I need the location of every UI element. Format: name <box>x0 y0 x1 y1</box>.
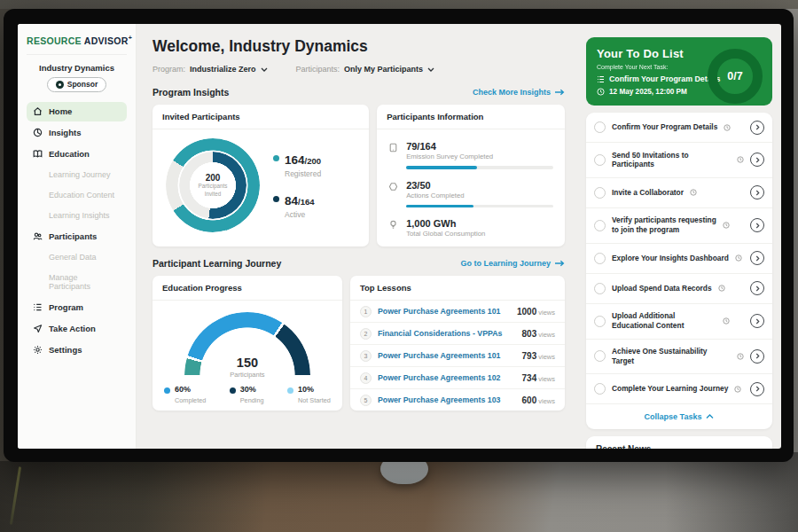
todo-progress-value: 0/7 <box>727 70 742 82</box>
lesson-row: 4 Power Purchase Agreements 102 734views <box>350 367 565 389</box>
task-checkbox[interactable] <box>594 383 606 395</box>
stat-value: 23/50 <box>406 180 553 191</box>
sidebar-item-learning-journey[interactable]: Learning Journey <box>27 166 127 184</box>
task-row-verify-participants[interactable]: Verify participants requesting to join t… <box>586 208 772 244</box>
stat-emission-survey: 79/164 Emission Survey Completed <box>388 136 553 175</box>
task-label: Send 50 Invitations to Participants <box>612 151 731 170</box>
hexagon-action-icon <box>388 182 398 192</box>
learning-journey-header: Participant Learning Journey Go to Learn… <box>153 258 565 269</box>
legend-item-active: 84/164 Active <box>273 192 321 219</box>
collapse-tasks-link[interactable]: Collapse Tasks <box>586 404 772 429</box>
sidebar-item-general-data[interactable]: General Data <box>27 248 127 267</box>
dashboard-screen: RESOURCE ADVISOR+ Industry Dynamics Spon… <box>18 24 781 449</box>
check-more-insights-link[interactable]: Check More Insights <box>473 88 565 97</box>
app-logo: RESOURCE ADVISOR+ <box>27 33 127 55</box>
sidebar-item-label: Home <box>49 106 72 116</box>
task-row-confirm-program[interactable]: Confirm Your Program Details <box>586 113 772 143</box>
lesson-link[interactable]: Power Purchase Agreements 101 <box>378 307 511 316</box>
task-row-achieve-target[interactable]: Achieve One Sustainability Target <box>586 340 772 375</box>
task-open-button[interactable] <box>750 121 764 135</box>
sidebar-item-education[interactable]: Education <box>27 145 127 164</box>
task-label: Achieve One Sustainability Target <box>612 347 731 366</box>
link-label: Go to Learning Journey <box>460 259 551 268</box>
task-checkbox[interactable] <box>594 283 606 294</box>
task-row-upload-educational-content[interactable]: Upload Additional Educational Content <box>586 304 772 340</box>
list-small-icon <box>597 75 605 83</box>
task-row-invite-collaborator[interactable]: Invite a Collaborator <box>586 178 772 208</box>
lesson-link[interactable]: Power Purchase Agreements 103 <box>378 395 516 404</box>
sidebar-item-learning-insights[interactable]: Learning Insights <box>27 207 127 225</box>
program-dropdown[interactable]: Program: Industrialize Zero <box>153 65 268 74</box>
task-open-button[interactable] <box>750 281 764 295</box>
program-label: Program: <box>153 65 185 74</box>
task-checkbox[interactable] <box>594 187 606 199</box>
task-row-upload-spend-data[interactable]: Upload Spend Data Records <box>586 274 772 304</box>
participants-dropdown[interactable]: Participants: Only My Participants <box>296 65 435 74</box>
sidebar-item-home[interactable]: Home <box>27 102 127 121</box>
task-open-button[interactable] <box>750 153 764 167</box>
stat-progress-fill <box>406 166 477 169</box>
task-checkbox[interactable] <box>594 121 606 133</box>
lesson-row: 2 Financial Considerations - VPPAs 803vi… <box>350 323 565 345</box>
task-open-button[interactable] <box>750 251 764 265</box>
task-open-button[interactable] <box>750 314 764 328</box>
chevron-right-icon <box>755 353 760 359</box>
sidebar-item-participants[interactable]: Participants <box>27 227 127 246</box>
lesson-rank: 4 <box>360 372 372 384</box>
stat-actions-completed: 23/50 Actions Completed <box>388 175 553 214</box>
task-list: Confirm Your Program Details Send 50 Inv… <box>586 113 772 429</box>
task-checkbox[interactable] <box>594 220 606 231</box>
stat-global-consumption: 1,000 GWh Total Global Consumption <box>388 213 553 243</box>
task-open-button[interactable] <box>750 218 764 232</box>
lesson-link[interactable]: Power Purchase Agreements 102 <box>378 373 516 382</box>
stat-value: 1,000 GWh <box>406 218 553 229</box>
task-checkbox[interactable] <box>594 316 606 327</box>
clock-icon <box>737 156 744 163</box>
task-row-send-invitations[interactable]: Send 50 Invitations to Participants <box>586 143 772 178</box>
legend-dot <box>164 387 170 394</box>
legend-label: Registered <box>285 169 321 178</box>
card-title: Participants Information <box>377 105 565 129</box>
list-icon <box>33 302 43 312</box>
legend-item-registered: 164/200 Registered <box>273 152 321 178</box>
sidebar-item-manage-participants[interactable]: Manage Participants <box>27 269 127 296</box>
lesson-link[interactable]: Power Purchase Agreements 101 <box>378 351 516 360</box>
stat-progress-fill <box>406 205 473 208</box>
donut-center-label: Participants Invited <box>195 183 231 198</box>
task-open-button[interactable] <box>750 382 764 396</box>
lesson-row: 5 Power Purchase Agreements 103 600views <box>350 389 565 411</box>
sidebar-item-program[interactable]: Program <box>27 298 127 317</box>
sponsor-badge[interactable]: Sponsor <box>47 77 106 92</box>
todo-due-label: 12 May 2025, 12:00 PM <box>609 88 687 96</box>
participants-information-card: Participants Information 79/164 Emission… <box>377 105 565 246</box>
page-title: Welcome, Industry Dynamics <box>153 37 565 56</box>
task-open-button[interactable] <box>750 185 764 200</box>
stat-label: Total Global Consumption <box>406 230 553 238</box>
task-row-complete-learning-journey[interactable]: Complete Your Learning Journey <box>586 374 772 404</box>
clipboard-icon <box>388 143 398 153</box>
lesson-views: 803views <box>522 329 555 339</box>
go-to-learning-journey-link[interactable]: Go to Learning Journey <box>460 259 565 268</box>
lesson-link[interactable]: Financial Considerations - VPPAs <box>378 329 516 338</box>
section-title: Participant Learning Journey <box>153 258 281 269</box>
clock-icon <box>690 189 697 196</box>
sponsor-icon <box>56 81 64 89</box>
clock-icon <box>724 124 731 131</box>
task-row-explore-insights[interactable]: Explore Your Insights Dashboard <box>586 244 772 274</box>
task-checkbox[interactable] <box>594 154 606 166</box>
top-lessons-card: Top Lessons 1 Power Purchase Agreements … <box>350 276 565 411</box>
task-checkbox[interactable] <box>594 350 606 362</box>
chevron-down-icon <box>427 67 434 72</box>
clock-icon <box>597 88 605 96</box>
task-checkbox[interactable] <box>594 253 606 264</box>
stat-progress-track <box>406 166 553 169</box>
legend-dot <box>273 196 279 202</box>
task-open-button[interactable] <box>750 349 764 364</box>
sidebar-item-insights[interactable]: Insights <box>27 123 127 143</box>
sidebar-item-settings[interactable]: Settings <box>27 340 127 360</box>
section-title: Program Insights <box>153 87 229 98</box>
sidebar-item-education-content[interactable]: Education Content <box>27 186 127 205</box>
participants-stats: 79/164 Emission Survey Completed 23/50 A… <box>377 129 565 243</box>
sidebar-item-take-action[interactable]: Take Action <box>27 319 127 339</box>
program-insights-header: Program Insights Check More Insights <box>153 87 565 98</box>
